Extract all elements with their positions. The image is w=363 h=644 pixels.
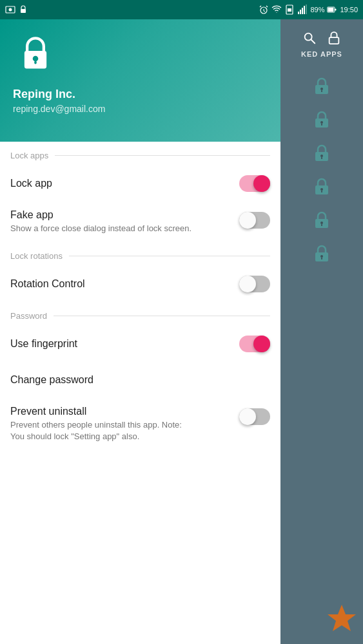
svg-rect-5 [288, 8, 291, 12]
lock-status-icon [18, 5, 28, 15]
lock-app-thumb [253, 175, 270, 192]
lock-app-toggle[interactable] [239, 175, 270, 192]
alarm-icon [259, 5, 269, 15]
prevent-uninstall-subtitle: Prevent others people uninstall this app… [10, 419, 197, 442]
lock-app-title: Lock app [10, 178, 239, 189]
locked-app-icon-2 [311, 109, 332, 130]
lock-app-row[interactable]: Lock app [0, 166, 280, 202]
locked-app-icon-1 [311, 76, 332, 97]
app-header: Reping Inc. reping.dev@gmail.com [0, 19, 280, 142]
right-top: KED APPS [280, 26, 363, 63]
status-right-icons: 89% 19:50 [259, 5, 358, 15]
lock-rotations-divider [69, 256, 270, 256]
search-icon[interactable] [302, 31, 317, 45]
password-label: Password [10, 311, 47, 321]
svg-rect-19 [329, 37, 339, 44]
lock-icon-container [13, 32, 58, 77]
left-panel: Reping Inc. reping.dev@gmail.com Lock ap… [0, 19, 280, 644]
svg-marker-38 [328, 605, 356, 631]
svg-rect-31 [321, 191, 322, 193]
fake-app-title: Fake app [10, 209, 239, 221]
prevent-uninstall-toggle[interactable] [239, 408, 270, 425]
locked-app-icon-5 [311, 210, 332, 231]
svg-point-1 [9, 8, 12, 12]
svg-point-30 [320, 188, 323, 191]
svg-point-17 [305, 33, 312, 41]
rotation-control-title: Rotation Control [10, 278, 239, 290]
svg-rect-2 [21, 9, 26, 13]
change-password-title: Change password [10, 374, 270, 386]
svg-rect-10 [306, 5, 307, 14]
locked-apps-label: KED APPS [301, 50, 342, 58]
svg-point-33 [320, 222, 323, 224]
svg-point-21 [320, 88, 323, 90]
main-lock-icon [16, 35, 55, 74]
svg-rect-13 [335, 8, 336, 10]
svg-rect-9 [304, 6, 305, 14]
fake-app-subtitle: Show a force close dialog instead of loc… [10, 223, 197, 234]
svg-point-24 [320, 121, 323, 124]
watermark [326, 603, 358, 638]
lock-apps-section-header: Lock apps [0, 142, 280, 166]
lock-action-icon[interactable] [327, 31, 341, 45]
svg-point-36 [320, 255, 323, 258]
fingerprint-row[interactable]: Use fingerprint [0, 326, 280, 362]
prevent-uninstall-title: Prevent uninstall [10, 406, 239, 417]
lock-apps-label: Lock apps [10, 151, 48, 160]
fake-app-row[interactable]: Fake app Show a force close dialog inste… [0, 202, 280, 242]
svg-rect-12 [328, 8, 334, 12]
svg-rect-16 [34, 61, 36, 64]
fingerprint-toggle[interactable] [239, 336, 270, 352]
svg-rect-22 [321, 90, 322, 92]
settings-list[interactable]: Lock apps Lock app Fake app Show a force… [0, 142, 280, 644]
watermark-star [326, 603, 358, 635]
fake-app-thumb [239, 212, 256, 229]
signal-icon [297, 5, 308, 15]
wifi-icon [271, 5, 282, 15]
main-layout: Reping Inc. reping.dev@gmail.com Lock ap… [0, 19, 363, 644]
app-name: Reping Inc. [13, 88, 75, 101]
password-section-header: Password [0, 302, 280, 326]
fingerprint-thumb [253, 336, 270, 352]
right-actions[interactable] [302, 31, 341, 45]
svg-rect-28 [321, 157, 322, 159]
status-left-icons [5, 5, 28, 15]
svg-rect-7 [300, 10, 301, 14]
svg-line-18 [311, 40, 315, 44]
svg-rect-37 [321, 258, 322, 260]
svg-rect-25 [321, 124, 322, 126]
lock-apps-divider [55, 155, 270, 156]
fingerprint-title: Use fingerprint [10, 338, 239, 350]
prevent-uninstall-thumb [239, 408, 256, 425]
time-display: 19:50 [340, 6, 358, 14]
locked-app-icon-4 [311, 176, 332, 197]
svg-point-15 [33, 56, 39, 62]
app-email: reping.dev@gmail.com [13, 104, 105, 114]
rotation-control-row[interactable]: Rotation Control [0, 266, 280, 302]
svg-rect-34 [321, 224, 322, 226]
change-password-row[interactable]: Change password [0, 362, 280, 398]
svg-rect-6 [298, 12, 299, 14]
battery-percent: 89% [310, 6, 324, 14]
battery-icon [327, 5, 337, 15]
locked-app-icon-3 [311, 143, 332, 164]
password-divider [54, 316, 270, 316]
svg-rect-8 [302, 8, 303, 14]
prevent-uninstall-row[interactable]: Prevent uninstall Prevent others people … [0, 398, 280, 450]
status-bar: 89% 19:50 [0, 0, 363, 19]
photo-icon [5, 5, 15, 15]
locked-app-icon-6 [311, 243, 332, 264]
lock-rotations-section-header: Lock rotations [0, 242, 280, 266]
right-panel: KED APPS [280, 19, 363, 644]
lock-rotations-label: Lock rotations [10, 251, 63, 261]
rotation-control-toggle[interactable] [239, 276, 270, 292]
sim-icon [284, 5, 295, 15]
svg-point-27 [320, 155, 323, 157]
rotation-control-thumb [239, 276, 256, 292]
fake-app-toggle[interactable] [239, 212, 270, 229]
